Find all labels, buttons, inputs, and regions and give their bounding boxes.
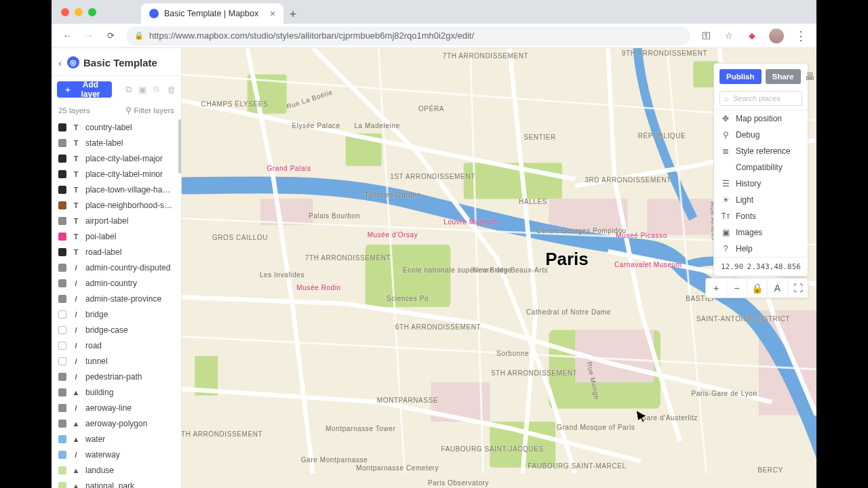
new-tab-button[interactable]: + [283, 5, 302, 24]
duplicate-icon[interactable]: ⧉ [125, 84, 132, 95]
layer-swatch [58, 404, 66, 412]
tools-item[interactable]: Compatibility [714, 159, 808, 176]
layer-type-icon: / [72, 295, 80, 303]
layer-item[interactable]: / admin-state-province [52, 291, 181, 306]
map-label: Musée d'Orsay [368, 231, 418, 239]
layer-item[interactable]: ▲ landuse [52, 462, 181, 478]
map-label: Carnavalet Museum [614, 261, 675, 269]
layer-item[interactable]: ▲ national_park [52, 478, 181, 488]
layer-item[interactable]: T state-label [52, 135, 181, 150]
zoom-out-button[interactable]: − [726, 279, 747, 298]
maximize-window-icon[interactable] [88, 8, 96, 16]
browser-tab[interactable]: Basic Template | Mapbox × [141, 3, 283, 24]
reload-button[interactable]: ⟳ [104, 30, 117, 42]
layer-type-icon: / [72, 373, 80, 381]
tools-item[interactable]: ✥Map position [714, 110, 808, 127]
layer-item[interactable]: / aeroway-line [52, 400, 181, 415]
tools-item[interactable]: TтFonts [714, 208, 808, 224]
map-canvas[interactable]: CHAMPS ÉLYSÉESOPÉRASENTIERRÉPUBLIQUE1ST … [182, 48, 816, 488]
tools-item[interactable]: ?Help [714, 241, 808, 257]
layer-type-icon: T [72, 170, 80, 178]
map-label: FAUBOURG SAINT-MARCEL [528, 462, 626, 470]
back-chevron-icon[interactable]: ‹ [57, 57, 63, 68]
layer-type-icon: / [72, 451, 80, 459]
layer-item[interactable]: T road-label [52, 244, 181, 260]
star-icon[interactable]: ☆ [723, 30, 735, 42]
search-places-input[interactable]: ⌕ Search places [719, 91, 802, 106]
layer-item[interactable]: T place-town-village-hamlet-la... [52, 182, 181, 197]
layer-item[interactable]: ▲ water [52, 431, 181, 447]
layer-item[interactable]: T country-label [52, 119, 181, 135]
layer-name: place-city-label-minor [85, 169, 163, 179]
lock-button[interactable]: 🔒 [747, 279, 767, 298]
layer-name: waterway [85, 450, 120, 460]
map-label: SAINT-ANTOINE DISTRICT [696, 315, 791, 323]
layer-type-icon: / [72, 326, 80, 334]
layer-item[interactable]: T airport-label [52, 213, 181, 228]
map-label: Grand Palais [267, 165, 311, 173]
hide-icon[interactable]: ⦰ [153, 84, 160, 95]
map-label: Museé Picasso [616, 232, 667, 240]
address-bar[interactable]: 🔒 https://www.mapbox.com/studio/styles/a… [126, 26, 690, 45]
tool-icon: ≣ [721, 146, 730, 156]
layer-swatch [58, 420, 66, 428]
layer-item[interactable]: T poi-label [52, 228, 181, 244]
layer-name: poi-label [85, 232, 116, 241]
tools-item[interactable]: ≣Style reference [714, 143, 808, 159]
delete-icon[interactable]: 🗑 [167, 85, 176, 95]
layer-swatch [58, 451, 66, 459]
tools-item[interactable]: ⚲Debug [714, 127, 808, 143]
fullscreen-button[interactable]: ⛶ [787, 279, 808, 298]
folder-icon[interactable]: ▣ [138, 85, 146, 95]
close-tab-icon[interactable]: × [270, 8, 275, 19]
zoom-in-button[interactable]: + [706, 279, 726, 298]
forward-button[interactable]: → [83, 30, 95, 42]
tools-item[interactable]: ☀Light [714, 192, 808, 208]
layer-type-icon: T [72, 186, 80, 194]
tools-panel: Publish Share 🖶 ⌕ Search places ✥Map pos… [713, 63, 808, 277]
map-label: MONTPARNASSE [377, 396, 438, 405]
layer-item[interactable]: T place-city-label-minor [52, 166, 181, 182]
layer-item[interactable]: / bridge [52, 306, 181, 322]
layer-item[interactable]: / admin-country-disputed [52, 260, 181, 275]
layer-item[interactable]: / tunnel [52, 353, 181, 369]
print-icon[interactable]: 🖶 [805, 71, 814, 82]
layer-item[interactable]: / bridge-case [52, 322, 181, 338]
layer-name: country-label [85, 123, 132, 132]
publish-button[interactable]: Publish [719, 69, 762, 84]
layer-item[interactable]: / road [52, 338, 181, 353]
tools-item[interactable]: ☰History [714, 176, 808, 192]
layer-swatch [58, 139, 66, 147]
layer-item[interactable]: / waterway [52, 447, 181, 462]
key-icon[interactable]: ⚿ [700, 30, 712, 42]
layer-item[interactable]: T place-neighborhood-suburb-... [52, 197, 181, 213]
profile-avatar[interactable] [769, 28, 784, 43]
map-label: École nationale supérieure des Beaux-Art… [403, 266, 484, 274]
layer-type-icon: ▲ [72, 420, 80, 428]
layer-name: tunnel [85, 357, 108, 366]
mapbox-logo-icon: ◎ [67, 56, 79, 68]
map-label: 9TH ARRONDISSEMENT [622, 49, 707, 58]
scrollbar-thumb[interactable] [178, 119, 181, 174]
minimize-window-icon[interactable] [75, 8, 83, 16]
reset-bearing-button[interactable]: A [767, 279, 787, 298]
layer-item[interactable]: / pedestrian-path [52, 369, 181, 384]
close-window-icon[interactable] [61, 8, 69, 16]
menu-icon[interactable]: ⋮ [795, 28, 807, 43]
add-layer-button[interactable]: ＋ Add layer [57, 81, 112, 98]
layer-swatch [58, 232, 66, 241]
filter-layers-button[interactable]: ⚲ Filter layers [125, 106, 174, 115]
tools-item[interactable]: ▣Images [714, 224, 808, 241]
layer-item[interactable]: / admin-country [52, 275, 181, 291]
extension-icon[interactable]: ◆ [746, 30, 758, 42]
share-button[interactable]: Share [766, 69, 801, 84]
map-label: Gare d'Austerlitz [641, 414, 698, 422]
layer-item[interactable]: ▲ aeroway-polygon [52, 415, 181, 431]
layer-item[interactable]: T place-city-label-major [52, 150, 181, 166]
back-button[interactable]: ← [61, 30, 73, 42]
layer-count: 25 layers [58, 106, 90, 115]
layer-item[interactable]: ▲ building [52, 384, 181, 400]
window-controls[interactable] [58, 0, 100, 24]
browser-chrome: Basic Template | Mapbox × + ← → ⟳ 🔒 http… [52, 0, 816, 48]
tool-icon: ✥ [721, 114, 730, 123]
